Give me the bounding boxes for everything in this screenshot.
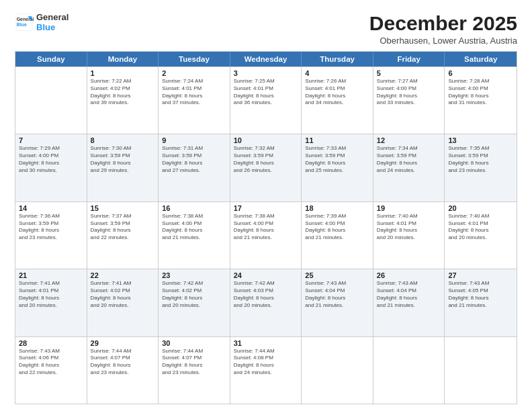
cell-line: Sunrise: 7:44 AM [234, 348, 298, 355]
cell-line: Sunrise: 7:43 AM [19, 348, 83, 355]
cell-line: Daylight: 8 hours [305, 227, 369, 234]
cell-line: Sunrise: 7:41 AM [19, 280, 83, 287]
calendar-header-cell: Thursday [302, 52, 373, 66]
cell-line: Sunset: 4:00 PM [19, 152, 83, 160]
cell-line: and 24 minutes. [377, 167, 441, 175]
cell-line: Sunrise: 7:30 AM [91, 145, 155, 152]
cell-line: Daylight: 8 hours [19, 160, 83, 167]
cell-line: Sunrise: 7:34 AM [377, 145, 441, 152]
day-number: 6 [448, 69, 513, 77]
cell-line: Sunrise: 7:43 AM [305, 280, 369, 287]
calendar-cell [373, 337, 445, 404]
day-number: 31 [234, 339, 298, 347]
cell-line: Daylight: 8 hours [91, 362, 155, 369]
cell-line: Daylight: 8 hours [305, 160, 369, 167]
calendar-cell: 15Sunrise: 7:37 AMSunset: 3:59 PMDayligh… [87, 202, 159, 269]
logo-icon: General Blue [15, 13, 34, 32]
cell-line: Sunset: 4:01 PM [162, 85, 226, 93]
cell-line: and 20 minutes. [19, 302, 83, 310]
cell-line: Daylight: 8 hours [162, 295, 226, 302]
cell-line: and 31 minutes. [448, 99, 513, 107]
cell-line: and 37 minutes. [162, 99, 226, 107]
cell-line: Sunrise: 7:31 AM [162, 145, 226, 152]
cell-line: and 21 minutes. [448, 302, 513, 310]
cell-line: and 23 minutes. [448, 167, 513, 175]
header-right: December 2025 Oberhausen, Lower Austria,… [369, 12, 517, 46]
cell-line: Sunset: 4:01 PM [19, 287, 83, 295]
day-number: 13 [448, 136, 513, 144]
cell-line: and 34 minutes. [305, 99, 369, 107]
calendar-cell: 9Sunrise: 7:31 AMSunset: 3:59 PMDaylight… [159, 134, 230, 201]
cell-line: Daylight: 8 hours [448, 295, 513, 302]
cell-line: Daylight: 8 hours [448, 160, 513, 167]
cell-line: Daylight: 8 hours [305, 295, 369, 302]
cell-line: Daylight: 8 hours [91, 295, 155, 302]
cell-line: and 23 minutes. [91, 369, 155, 377]
day-number: 19 [377, 204, 441, 212]
cell-line: and 23 minutes. [162, 369, 226, 377]
cell-line: Daylight: 8 hours [19, 295, 83, 302]
calendar-cell: 19Sunrise: 7:40 AMSunset: 4:01 PMDayligh… [373, 202, 445, 269]
calendar: SundayMondayTuesdayWednesdayThursdayFrid… [15, 51, 517, 404]
cell-line: Sunset: 4:00 PM [162, 220, 226, 228]
cell-line: Sunset: 4:01 PM [448, 220, 513, 228]
cell-line: Daylight: 8 hours [91, 227, 155, 234]
cell-line: Daylight: 8 hours [234, 227, 298, 234]
day-number: 20 [448, 204, 513, 212]
cell-line: and 22 minutes. [91, 234, 155, 242]
calendar-body: 1Sunrise: 7:22 AMSunset: 4:02 PMDaylight… [15, 66, 517, 404]
day-number: 30 [162, 339, 226, 347]
day-number: 23 [162, 271, 226, 279]
cell-line: and 21 minutes. [305, 234, 369, 242]
cell-line: Daylight: 8 hours [377, 227, 441, 234]
cell-line: Sunset: 4:04 PM [305, 287, 369, 295]
cell-line: Sunset: 4:01 PM [377, 220, 441, 228]
day-number: 8 [91, 136, 155, 144]
day-number: 29 [91, 339, 155, 347]
cell-line: Sunset: 4:01 PM [305, 85, 369, 93]
logo-text: General Blue [36, 12, 69, 32]
cell-line: Daylight: 8 hours [377, 93, 441, 100]
cell-line: Daylight: 8 hours [234, 295, 298, 302]
calendar-cell: 6Sunrise: 7:28 AMSunset: 4:00 PMDaylight… [445, 67, 517, 134]
day-number: 21 [19, 271, 83, 279]
cell-line: Sunrise: 7:40 AM [377, 213, 441, 220]
calendar-cell: 12Sunrise: 7:34 AMSunset: 3:59 PMDayligh… [373, 134, 445, 201]
calendar-cell: 20Sunrise: 7:40 AMSunset: 4:01 PMDayligh… [445, 202, 517, 269]
day-number: 1 [91, 69, 155, 77]
cell-line: Sunset: 4:00 PM [234, 220, 298, 228]
cell-line: Sunset: 4:01 PM [234, 85, 298, 93]
cell-line: Daylight: 8 hours [377, 160, 441, 167]
cell-line: Daylight: 8 hours [162, 227, 226, 234]
cell-line: Sunset: 3:59 PM [448, 152, 513, 160]
day-number: 17 [234, 204, 298, 212]
calendar-header-cell: Friday [373, 52, 445, 66]
cell-line: Sunset: 4:02 PM [162, 287, 226, 295]
calendar-header-cell: Tuesday [159, 52, 230, 66]
cell-line: and 20 minutes. [91, 302, 155, 310]
cell-line: Daylight: 8 hours [234, 362, 298, 369]
day-number: 22 [91, 271, 155, 279]
cell-line: Sunset: 3:59 PM [377, 152, 441, 160]
cell-line: Sunset: 4:02 PM [91, 287, 155, 295]
day-number: 2 [162, 69, 226, 77]
cell-line: and 20 minutes. [234, 302, 298, 310]
cell-line: and 20 minutes. [377, 234, 441, 242]
calendar-cell: 24Sunrise: 7:42 AMSunset: 4:03 PMDayligh… [230, 269, 302, 336]
calendar-cell [302, 337, 373, 404]
day-number: 12 [377, 136, 441, 144]
cell-line: Sunset: 4:00 PM [448, 85, 513, 93]
cell-line: Sunrise: 7:26 AM [305, 78, 369, 85]
cell-line: Daylight: 8 hours [234, 93, 298, 100]
cell-line: Sunset: 4:04 PM [377, 287, 441, 295]
calendar-cell: 14Sunrise: 7:36 AMSunset: 3:59 PMDayligh… [15, 202, 87, 269]
cell-line: Sunrise: 7:27 AM [377, 78, 441, 85]
day-number: 16 [162, 204, 226, 212]
day-number: 7 [19, 136, 83, 144]
cell-line: and 23 minutes. [19, 234, 83, 242]
subtitle: Oberhausen, Lower Austria, Austria [369, 36, 517, 46]
cell-line: and 20 minutes. [448, 234, 513, 242]
cell-line: Sunrise: 7:44 AM [162, 348, 226, 355]
cell-line: Daylight: 8 hours [91, 93, 155, 100]
cell-line: Sunset: 4:03 PM [234, 287, 298, 295]
